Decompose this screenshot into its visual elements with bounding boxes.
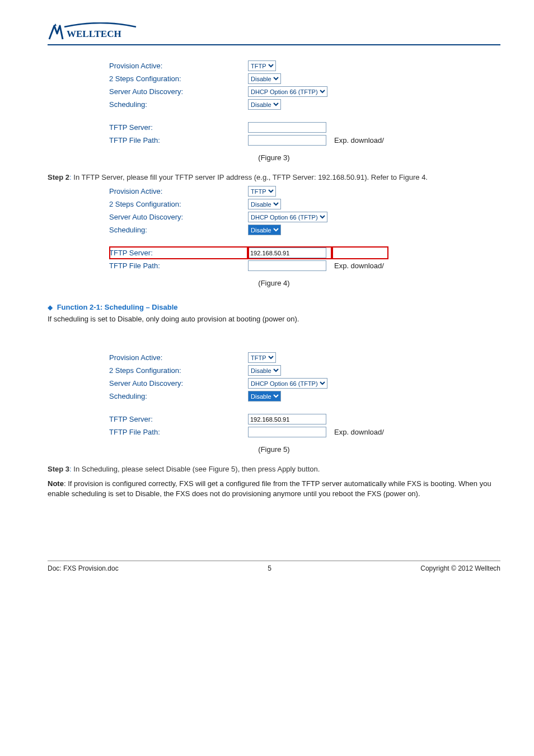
diamond-icon: ◆ [48,304,53,311]
input-tftp-server[interactable] [248,248,326,258]
label-provision-active: Provision Active: [109,353,243,362]
label-auto-discovery: Server Auto Discovery: [109,213,243,221]
select-auto-discovery[interactable]: DHCP Option 66 (TFTP) [248,212,327,222]
function-header: ◆ Function 2-1: Scheduling – Disable [48,303,500,311]
label-tftp-server: TFTP Server: [109,123,243,132]
scheduling-note: If scheduling is set to Disable, only do… [48,315,500,323]
footer-copyright: Copyright © 2012 Welltech [420,564,500,572]
label-2steps: 2 Steps Configuration: [109,366,243,375]
step-2-sep: : [69,173,72,181]
select-scheduling[interactable]: Disable [248,225,281,235]
select-provision-active[interactable]: TFTP [248,60,276,71]
step-2-prefix: Step 2 [48,173,69,181]
select-auto-discovery[interactable]: DHCP Option 66 (TFTP) [248,378,327,389]
label-tftp-path: TFTP File Path: [109,262,243,270]
select-provision-active[interactable]: TFTP [248,186,276,197]
note-block: Note: If provision is configured correct… [48,479,500,499]
brand-logo: WELLTECH [48,22,137,41]
step-3-prefix: Step 3 [48,465,69,473]
label-2steps: 2 Steps Configuration: [109,74,243,83]
function-header-text: Function 2-1: Scheduling – Disable [57,303,178,311]
input-tftp-server[interactable] [248,122,326,133]
exp-download-label: Exp. download/ [332,262,384,270]
figure-5: Provision Active: TFTP 2 Steps Configura… [109,351,500,438]
label-provision-active: Provision Active: [109,187,243,195]
header-divider [48,44,500,45]
label-2steps: 2 Steps Configuration: [109,200,243,208]
step-2-text: In TFTP Server, please fill your TFTP se… [73,173,428,181]
label-scheduling: Scheduling: [109,226,243,234]
exp-download-label: Exp. download/ [332,428,384,436]
figure-4: Provision Active: TFTP 2 Steps Configura… [109,185,500,272]
select-2steps[interactable]: Disable [248,365,281,376]
label-tftp-path: TFTP File Path: [109,136,243,144]
footer-page: 5 [268,564,271,572]
label-provision-active: Provision Active: [109,62,243,70]
figure-5-caption: (Figure 5) [48,445,500,454]
figure-4-caption: (Figure 4) [48,279,500,287]
step-2: Step 2: In TFTP Server, please fill your… [48,173,500,181]
footer-divider [48,561,500,561]
input-tftp-path[interactable] [248,135,326,146]
select-auto-discovery[interactable]: DHCP Option 66 (TFTP) [248,86,327,97]
svg-text:WELLTECH: WELLTECH [67,29,121,39]
step-3-text: In Scheduling, please select Disable (se… [73,465,320,473]
select-provision-active[interactable]: TFTP [248,352,276,363]
figure-3-caption: (Figure 3) [48,153,500,162]
select-2steps[interactable]: Disable [248,199,281,209]
select-2steps[interactable]: Disable [248,73,281,84]
label-scheduling: Scheduling: [109,100,243,109]
label-auto-discovery: Server Auto Discovery: [109,379,243,388]
label-auto-discovery: Server Auto Discovery: [109,87,243,96]
select-scheduling[interactable]: Disable [248,99,281,110]
exp-download-label: Exp. download/ [332,136,384,144]
input-tftp-path[interactable] [248,260,326,271]
label-tftp-path: TFTP File Path: [109,428,243,436]
step-3-sep: : [69,465,72,473]
step-3: Step 3: In Scheduling, please select Dis… [48,465,500,473]
footer-doc: Doc: FXS Provision.doc [48,564,119,572]
label-tftp-server: TFTP Server: [109,249,243,257]
input-tftp-server[interactable] [248,414,326,424]
select-scheduling[interactable]: Disable [248,391,281,402]
label-scheduling: Scheduling: [109,392,243,400]
figure-3: Provision Active: TFTP 2 Steps Configura… [109,59,500,147]
note-text: If provision is configured correctly, FX… [48,479,491,498]
label-tftp-server: TFTP Server: [109,415,243,423]
note-prefix: Note [48,479,64,488]
input-tftp-path[interactable] [248,427,326,437]
